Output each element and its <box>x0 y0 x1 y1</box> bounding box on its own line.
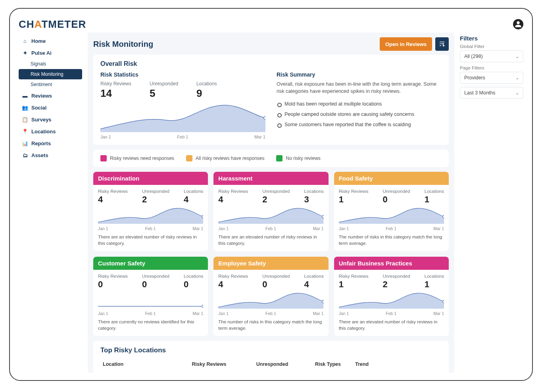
assets-icon: 🗂 <box>22 152 28 158</box>
nav-surveys[interactable]: 📋Surveys <box>19 113 82 125</box>
chat-icon: ▬ <box>22 92 28 99</box>
svg-point-3 <box>442 215 444 218</box>
nav-pulse-ai[interactable]: ✦Pulse Ai <box>19 47 82 59</box>
risk-summary-text: Overall, risk exposure has been in-line … <box>277 81 442 95</box>
risk-statistics-heading: Risk Statistics <box>100 71 265 78</box>
nav-risk-monitoring[interactable]: Risk Monitoring <box>19 69 82 79</box>
person-icon <box>515 21 522 28</box>
risk-card-title: Customer Safety <box>93 257 208 270</box>
overall-unresponded-value: 5 <box>150 87 178 100</box>
sliders-icon <box>439 41 445 47</box>
risk-card[interactable]: Employee Safety Risky Reviews4 Unrespond… <box>213 257 328 336</box>
svg-point-2 <box>322 215 324 218</box>
top-risky-locations-card: Top Risky Locations Location Risky Revie… <box>93 341 449 373</box>
filters-panel: Filters Global Filter All (298)⌄ Page Fi… <box>460 33 523 373</box>
svg-point-1 <box>202 215 204 218</box>
risk-card[interactable]: Discrimination Risky Reviews4 Unresponde… <box>93 172 208 251</box>
date-range-filter-select[interactable]: Last 3 Months⌄ <box>460 87 523 99</box>
svg-point-5 <box>202 305 204 308</box>
open-in-reviews-button[interactable]: Open in Reviews <box>380 37 432 51</box>
risk-card[interactable]: Harassment Risky Reviews4 Unresponded2 L… <box>213 172 328 251</box>
filters-heading: Filters <box>460 35 523 42</box>
legend-no-risky: No risky reviews <box>276 155 320 161</box>
nav-sentiment[interactable]: Sentiment <box>19 79 82 90</box>
sparkle-icon: ✦ <box>22 50 28 56</box>
risk-card-note: There are an elevated number of risky re… <box>339 319 444 331</box>
legend-all-responded: All risky reviews have responses <box>186 155 264 161</box>
chevron-down-icon: ⌄ <box>515 90 519 96</box>
pin-icon: 📍 <box>22 128 28 135</box>
nav-reports[interactable]: 📊Reports <box>19 137 82 149</box>
page-title: Risk Monitoring <box>93 40 153 49</box>
risk-card[interactable]: Unfair Business Practices Risky Reviews1… <box>334 257 449 336</box>
chart-icon: 📊 <box>22 140 28 146</box>
main-content: Risk Monitoring Open in Reviews Overall … <box>88 33 454 373</box>
settings-button[interactable] <box>435 37 449 51</box>
svg-point-6 <box>322 300 324 303</box>
people-icon: 👥 <box>22 104 28 111</box>
overall-trend-chart <box>100 101 265 132</box>
nav-reviews[interactable]: ▬Reviews <box>19 90 82 102</box>
risk-card-note: The number of risks in this category mat… <box>339 234 444 246</box>
legend-need-responses: Risky reviews need responses <box>100 155 174 161</box>
svg-point-7 <box>442 300 444 303</box>
table-heading: Top Risky Locations <box>100 346 442 354</box>
nav-signals[interactable]: Signals <box>19 59 82 69</box>
risk-card[interactable]: Food Safety Risky Reviews1 Unresponded0 … <box>334 172 449 251</box>
risk-card-note: There are an elevated number of risky re… <box>98 234 203 246</box>
overall-heading: Overall Risk <box>100 60 442 67</box>
risk-category-grid: Discrimination Risky Reviews4 Unresponde… <box>93 172 449 336</box>
overall-locations-value: 9 <box>196 87 217 100</box>
risk-card-note: The number of risks in this category mat… <box>218 319 323 331</box>
risk-summary-heading: Risk Summary <box>277 71 442 78</box>
risk-card-title: Unfair Business Practices <box>334 257 449 270</box>
summary-bullet: Some customers have reported that the co… <box>277 119 442 130</box>
chevron-down-icon: ⌄ <box>515 54 519 59</box>
chevron-down-icon: ⌄ <box>515 75 519 81</box>
risk-card-note: There are an elevated number of risky re… <box>218 234 323 246</box>
brand-logo: CHATMETER <box>19 18 86 31</box>
risk-card-title: Harassment <box>213 172 328 185</box>
risk-card-title: Discrimination <box>93 172 208 185</box>
clipboard-icon: 📋 <box>22 116 28 123</box>
summary-bullet: Mold has been reported at multiple locat… <box>277 99 442 109</box>
risk-card-note: There are currently no reviews identifie… <box>98 319 203 331</box>
nav-locations[interactable]: 📍Locations <box>19 125 82 137</box>
user-avatar[interactable] <box>513 19 523 29</box>
nav-assets[interactable]: 🗂Assets <box>19 149 82 161</box>
svg-point-0 <box>264 116 265 119</box>
risk-summary-bullets: Mold has been reported at multiple locat… <box>277 99 442 130</box>
overall-risk-card: Overall Risk Risk Statistics Risky Revie… <box>93 55 449 145</box>
overall-risky-value: 14 <box>100 87 131 100</box>
table-row[interactable]: Starbucks1313 Marco Dr.Anaheim, CA 92802… <box>101 372 441 373</box>
summary-bullet: People camped outside stores are causing… <box>277 109 442 119</box>
risk-card-title: Food Safety <box>334 172 449 185</box>
sidebar: ⌂Home ✦Pulse Ai Signals Risk Monitoring … <box>19 33 82 373</box>
home-icon: ⌂ <box>22 38 28 44</box>
risk-card-title: Employee Safety <box>213 257 328 270</box>
nav-home[interactable]: ⌂Home <box>19 35 82 47</box>
global-filter-select[interactable]: All (298)⌄ <box>460 50 523 62</box>
risk-card[interactable]: Customer Safety Risky Reviews0 Unrespond… <box>93 257 208 336</box>
legend-card: Risky reviews need responses All risky r… <box>93 150 449 167</box>
providers-filter-select[interactable]: Providers⌄ <box>460 72 523 84</box>
nav-social[interactable]: 👥Social <box>19 102 82 113</box>
